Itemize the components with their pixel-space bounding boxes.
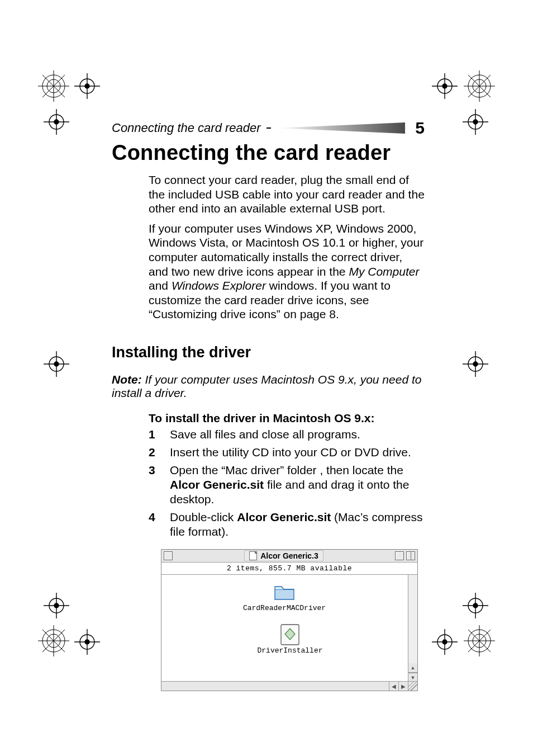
- note-text: If your computer uses Macintosh OS 9.x, …: [112, 373, 421, 399]
- scroll-up-icon: ▲: [408, 663, 417, 673]
- mac-client-area: CardReaderMACDriver DriverInstaller: [161, 575, 417, 681]
- page-title: Connecting the card reader: [112, 141, 425, 165]
- note-line: Note: If your computer uses Macintosh OS…: [112, 373, 425, 400]
- intro-p2: If your computer uses Windows XP, Window…: [149, 221, 425, 322]
- mac-window-title-text: Alcor Generic.3: [260, 551, 318, 560]
- instructions-heading: To install the driver in Macintosh OS 9.…: [149, 412, 425, 425]
- reg-mark: [432, 73, 458, 99]
- mac-status-bar: 2 items, 855.7 MB available: [161, 563, 417, 575]
- svg-point-57: [85, 640, 89, 644]
- step-2: 2 Insert the utility CD into your CD or …: [149, 445, 425, 460]
- svg-point-33: [54, 120, 59, 124]
- page-content: Connecting the card reader 5 Connecting …: [112, 119, 425, 691]
- svg-point-52: [468, 598, 483, 613]
- svg-point-65: [442, 640, 447, 644]
- intro-body: To connect your card reader, plug the sm…: [149, 173, 425, 322]
- header-wedge-icon: [277, 122, 405, 134]
- page-number: 5: [415, 119, 425, 138]
- mac-item-driverinstaller-label: DriverInstaller: [234, 646, 346, 655]
- mac-bottom-bar: ◀ ▶: [161, 681, 417, 691]
- step-4-pre: Double-click: [170, 511, 237, 523]
- svg-line-22: [468, 630, 491, 652]
- mac-zoom-box-icon: [395, 551, 404, 560]
- step-2-num: 2: [149, 445, 170, 460]
- svg-point-25: [85, 84, 89, 88]
- svg-point-40: [49, 357, 64, 371]
- mac-close-box-icon: [164, 551, 173, 560]
- mac-window: Alcor Generic.3 2 items, 855.7 MB availa…: [161, 549, 418, 691]
- intro-p2-mid: and: [149, 279, 172, 292]
- svg-point-37: [473, 120, 478, 124]
- svg-line-10: [468, 75, 491, 97]
- step-4-text: Double-click Alcor Generic.sit (Mac’s co…: [170, 510, 425, 539]
- svg-point-48: [49, 598, 64, 613]
- svg-marker-68: [277, 122, 405, 134]
- intro-p2-mycomputer: My Computer: [349, 265, 419, 278]
- svg-point-12: [42, 630, 65, 652]
- note-label: Note:: [112, 373, 142, 386]
- svg-point-13: [47, 634, 60, 648]
- crop-ornament-bottom-left: [37, 624, 70, 658]
- subheading-installing-driver: Installing the driver: [112, 344, 425, 361]
- step-2-text: Insert the utility CD into your CD or DV…: [170, 445, 425, 460]
- svg-point-1: [47, 79, 60, 93]
- svg-point-28: [437, 79, 452, 93]
- resize-handle-icon: [408, 682, 417, 691]
- svg-point-24: [80, 79, 94, 93]
- reg-mark: [44, 351, 69, 377]
- folder-icon: [273, 583, 296, 602]
- scroll-down-icon: ▼: [408, 673, 417, 682]
- scroll-right-icon: ▶: [398, 682, 408, 691]
- intro-p2-winexplorer: Windows Explorer: [172, 279, 266, 292]
- intro-p1: To connect your card reader, plug the sm…: [149, 173, 425, 216]
- document-icon: [249, 551, 257, 560]
- mac-window-title: Alcor Generic.3: [244, 550, 323, 561]
- svg-point-64: [437, 635, 452, 649]
- mac-window-figure: Alcor Generic.3 2 items, 855.7 MB availa…: [161, 549, 425, 691]
- mac-collapse-box-icon: [406, 551, 415, 560]
- step-1-num: 1: [149, 427, 170, 442]
- mac-item-driverinstaller: DriverInstaller: [234, 625, 346, 655]
- svg-point-41: [54, 362, 59, 366]
- reg-mark: [463, 351, 488, 377]
- installer-icon: [279, 625, 301, 644]
- reg-mark: [432, 629, 458, 655]
- svg-point-6: [468, 75, 491, 97]
- reg-mark: [74, 629, 100, 655]
- svg-line-5: [42, 75, 65, 97]
- svg-point-53: [473, 603, 478, 608]
- svg-point-19: [473, 634, 486, 648]
- svg-point-29: [442, 84, 447, 88]
- scroll-left-icon: ◀: [389, 682, 398, 691]
- reg-mark: [44, 109, 69, 135]
- step-4-bold: Alcor Generic.sit: [237, 511, 331, 523]
- svg-point-36: [468, 115, 483, 129]
- mac-vertical-scrollbar: ▲ ▼: [408, 575, 417, 681]
- svg-line-11: [468, 75, 491, 97]
- step-3-pre: Open the “Mac driver” folder , then loca…: [170, 464, 403, 476]
- svg-point-56: [80, 635, 94, 649]
- step-3-text: Open the “Mac driver” folder , then loca…: [170, 463, 425, 507]
- svg-point-49: [54, 603, 59, 608]
- running-head-text: Connecting the card reader: [112, 121, 261, 135]
- mac-item-cardreader-folder: CardReaderMACDriver: [229, 583, 340, 612]
- step-1-text: Save all files and close all programs.: [170, 427, 425, 442]
- svg-point-32: [49, 115, 64, 129]
- svg-line-17: [42, 630, 65, 652]
- svg-line-4: [42, 75, 65, 97]
- step-1: 1 Save all files and close all programs.: [149, 427, 425, 442]
- crop-ornament-top-left: [37, 69, 70, 103]
- svg-point-0: [42, 75, 65, 97]
- svg-point-18: [468, 630, 491, 652]
- svg-point-45: [473, 362, 478, 366]
- mac-horizontal-scrollbar: [161, 682, 389, 691]
- running-head-rule: [266, 127, 272, 129]
- running-head: Connecting the card reader 5: [112, 119, 425, 138]
- mac-item-cardreader-label: CardReaderMACDriver: [229, 604, 340, 612]
- reg-mark: [463, 109, 488, 135]
- crop-ornament-top-right: [463, 69, 496, 103]
- reg-mark: [463, 593, 488, 618]
- mac-titlebar: Alcor Generic.3: [161, 550, 417, 563]
- reg-mark: [44, 593, 69, 618]
- svg-point-7: [473, 79, 486, 93]
